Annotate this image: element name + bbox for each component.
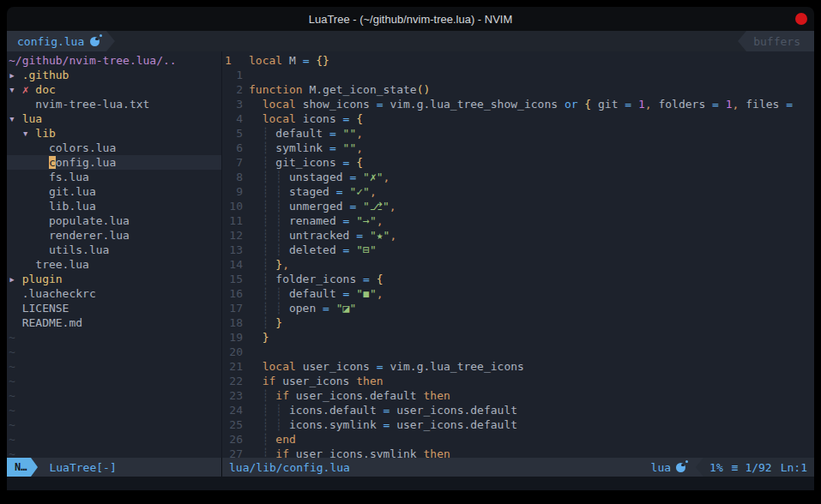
status-file-path: lua/lib/config.lua — [229, 461, 350, 474]
tree-item[interactable]: lib.lua — [7, 199, 221, 213]
code-line[interactable]: 15 ┊ folder_icons = { — [222, 272, 814, 286]
powerline-chevron-icon — [696, 458, 703, 477]
code-line[interactable]: 9 ┊ ┊ staged = "✓", — [222, 184, 814, 199]
tab-config-lua[interactable]: config.lua — [7, 31, 106, 51]
code-line[interactable]: 18 ┊ } — [222, 315, 814, 330]
code-line[interactable]: 20 — [222, 345, 814, 359]
buffers-tab[interactable]: buffers — [738, 31, 814, 51]
code-line[interactable]: 21 local user_icons = vim.g.lua_tree_ico… — [222, 359, 814, 374]
tree-item-selected[interactable]: config.lua — [7, 155, 221, 170]
code-line[interactable]: 7 ┊ git_icons = { — [222, 155, 814, 170]
tabline: config.lua buffers — [7, 31, 814, 51]
tree-root-path[interactable]: ~/github/nvim-tree.lua/.. — [7, 53, 221, 68]
line-number: 15 — [222, 272, 243, 286]
line-number: 1 — [222, 53, 243, 68]
tree-item[interactable]: ▸ plugin — [7, 272, 221, 286]
tree-item[interactable]: ▾ ✗ doc — [7, 82, 221, 97]
close-button[interactable] — [795, 13, 807, 25]
command-line[interactable] — [7, 477, 814, 490]
code-line[interactable]: 2function M.get_icon_state() — [222, 82, 814, 97]
tree-status-title: LuaTree[-] — [49, 461, 116, 474]
main-content: ~/github/nvim-tree.lua/..▸ .github▾ ✗ do… — [7, 51, 814, 458]
file-tree-panel: ~/github/nvim-tree.lua/..▸ .github▾ ✗ do… — [7, 51, 222, 458]
tree-item[interactable]: utils.lua — [7, 243, 221, 257]
status-filetype: lua — [651, 461, 696, 474]
tab-arrow-separator — [106, 31, 115, 51]
code-line[interactable]: 1 — [222, 68, 814, 82]
line-number: 1 — [222, 68, 243, 82]
tree-item[interactable]: fs.lua — [7, 170, 221, 184]
tree-item[interactable]: renderer.lua — [7, 228, 221, 243]
status-right-group: lua 1% ≡ 1/92 Ln:1 — [651, 458, 814, 477]
lines-icon: ≡ — [732, 461, 739, 474]
statusline-tree-window: N… LuaTree[-] — [7, 458, 221, 477]
line-number: 5 — [222, 126, 243, 141]
line-number: 21 — [222, 359, 243, 374]
mode-indicator: N… — [7, 458, 31, 477]
code-line[interactable]: 27 ┊ if user_icons.symlink then — [222, 447, 814, 458]
line-number: 24 — [222, 403, 243, 417]
code-line[interactable]: 12 ┊ ┊ untracked = "★", — [222, 228, 814, 243]
tree-item[interactable]: tree.lua — [7, 257, 221, 272]
empty-line-tilde: ~ — [7, 374, 221, 388]
code-line[interactable]: 1local M = {} — [222, 53, 814, 68]
code-line[interactable]: 17 ┊ ┊ open = "◪" — [222, 301, 814, 315]
line-number: 18 — [222, 315, 243, 330]
code-line[interactable]: 11 ┊ ┊ renamed = "→", — [222, 213, 814, 228]
empty-line-tilde: ~ — [7, 417, 221, 432]
line-number: 14 — [222, 257, 243, 272]
statusline-editor-window: lua/lib/config.lua lua 1% ≡ 1/92 Ln:1 — [222, 458, 814, 477]
empty-line-tilde: ~ — [7, 388, 221, 403]
code-line[interactable]: 25 ┊ ┊ icons.symlink = user_icons.defaul… — [222, 417, 814, 432]
code-line[interactable]: 4 local icons = { — [222, 111, 814, 126]
tree-item[interactable]: LICENSE — [7, 301, 221, 315]
line-number: 27 — [222, 447, 243, 458]
code-line[interactable]: 3 local show_icons = vim.g.lua_tree_show… — [222, 97, 814, 111]
code-line[interactable]: 26 ┊ end — [222, 432, 814, 447]
code-line[interactable]: 10 ┊ ┊ unmerged = "⎇", — [222, 199, 814, 213]
line-number: 9 — [222, 184, 243, 199]
code-line[interactable]: 13 ┊ ┊ deleted = "⊟" — [222, 243, 814, 257]
line-fraction: 1/92 — [745, 461, 771, 474]
line-number: 23 — [222, 388, 243, 403]
tree-item[interactable]: ▾ lua — [7, 111, 221, 126]
lua-icon — [676, 463, 685, 472]
line-number: 3 — [222, 97, 243, 111]
statusline: N… LuaTree[-] lua/lib/config.lua lua 1% … — [7, 458, 814, 477]
line-number: 17 — [222, 301, 243, 315]
line-number: 4 — [222, 111, 243, 126]
titlebar: LuaTree - (~/github/nvim-tree.lua) - NVI… — [7, 7, 814, 31]
code-line[interactable]: 19 } — [222, 330, 814, 345]
code-line[interactable]: 22 if user_icons then — [222, 374, 814, 388]
empty-line-tilde: ~ — [7, 359, 221, 374]
tree-item[interactable]: populate.lua — [7, 213, 221, 228]
tree-item[interactable]: git.lua — [7, 184, 221, 199]
buffers-chevron-icon — [738, 31, 746, 51]
tab-label: config.lua — [17, 35, 84, 48]
code-line[interactable]: 6 ┊ symlink = "", — [222, 141, 814, 155]
code-line[interactable]: 5 ┊ default = "", — [222, 126, 814, 141]
status-position-group: 1% ≡ 1/92 Ln:1 — [703, 458, 814, 477]
empty-line-tilde: ~ — [7, 432, 221, 447]
line-number: 2 — [222, 82, 243, 97]
code-line[interactable]: 23 ┊ if user_icons.default then — [222, 388, 814, 403]
tree-item[interactable]: ▾ lib — [7, 126, 221, 141]
tree-item[interactable]: nvim-tree-lua.txt — [7, 97, 221, 111]
code-line[interactable]: 24 ┊ ┊ icons.default = user_icons.defaul… — [222, 403, 814, 417]
tree-item[interactable]: .luacheckrc — [7, 286, 221, 301]
tree-item[interactable]: ▸ .github — [7, 68, 221, 82]
tree-item[interactable]: README.md — [7, 315, 221, 330]
code-line[interactable]: 8 ┊ ┊ unstaged = "✗", — [222, 170, 814, 184]
code-line[interactable]: 14 ┊ }, — [222, 257, 814, 272]
tree-item[interactable]: colors.lua — [7, 141, 221, 155]
line-number: 11 — [222, 213, 243, 228]
line-number: 26 — [222, 432, 243, 447]
status-percent: 1% — [709, 461, 723, 474]
lua-icon — [90, 37, 100, 46]
code-line[interactable]: 16 ┊ ┊ default = "◼", — [222, 286, 814, 301]
line-number: 25 — [222, 417, 243, 432]
line-number: 6 — [222, 141, 243, 155]
line-number: 22 — [222, 374, 243, 388]
line-number: 13 — [222, 243, 243, 257]
line-number: 20 — [222, 345, 243, 359]
